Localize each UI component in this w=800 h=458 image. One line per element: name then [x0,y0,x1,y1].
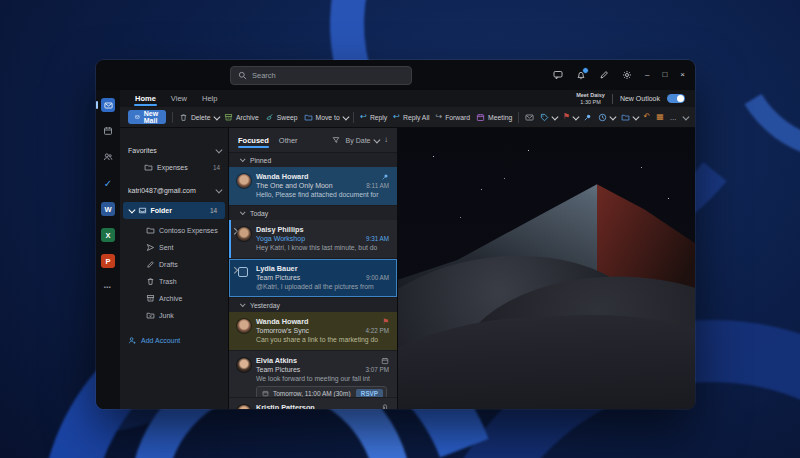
people-app-icon[interactable] [101,150,115,164]
email-checkbox[interactable] [238,267,248,277]
apps-grid-button[interactable]: ▦ [656,113,664,121]
snooze-button[interactable] [598,113,615,122]
reply-button[interactable]: ↩ Reply [360,113,387,121]
reply-all-icon: ↩ [393,113,400,121]
filter-icon[interactable] [332,136,340,144]
archive-icon [224,113,233,122]
tab-focused[interactable]: Focused [238,133,269,148]
folder-item-archive[interactable]: Archive [120,290,228,307]
send-icon [146,243,155,252]
meet-daisy-reminder[interactable]: Meet Daisy 1:30 PM [576,92,605,105]
feedback-icon[interactable] [553,70,563,80]
mail-app-icon[interactable] [101,98,115,112]
ribbon-tab-row: Home View Help Meet Daisy 1:30 PM New Ou… [120,90,695,107]
person-add-icon [128,336,137,345]
new-outlook-label: New Outlook [620,95,660,102]
inbox-icon [138,206,147,215]
meeting-button[interactable]: Meeting [476,113,512,122]
new-mail-button[interactable]: New Mail [128,110,166,124]
expand-chevron-icon[interactable] [231,228,237,234]
expand-chevron-icon[interactable] [231,267,237,273]
folder-item-trash[interactable]: Trash [120,273,228,290]
add-account-button[interactable]: Add Account [120,332,228,349]
todo-app-icon[interactable]: ✓ [101,176,115,190]
tab-home[interactable]: Home [134,92,157,105]
forward-button[interactable]: ↪ Forward [435,113,470,121]
trash-icon [146,277,155,286]
folder-icon [146,226,155,235]
sort-by-button[interactable]: By Date [346,137,378,144]
calendar-app-icon[interactable] [101,124,115,138]
email-row-daisy[interactable]: Daisy Phillips Yoga Workshop 9:31 AM Hey… [229,220,397,259]
whats-new-pen-icon[interactable] [599,70,609,80]
avatar [237,358,251,372]
search-input[interactable] [252,71,404,80]
tab-view[interactable]: View [170,92,188,105]
email-row-lydia[interactable]: Lydia Bauer Team Pictures 9:00 AM @Katri… [229,259,397,298]
word-app-icon[interactable]: W [101,202,115,216]
excel-app-icon[interactable]: X [101,228,115,242]
more-options-button[interactable]: … [670,114,677,121]
search-box[interactable] [230,66,412,85]
close-button[interactable]: × [680,71,685,79]
sweep-button[interactable]: Sweep [265,113,298,122]
junk-folder-icon [146,311,155,320]
desktop-wallpaper: – □ × ✓ W X P ⋯ [0,0,800,458]
new-outlook-toggle[interactable] [667,94,685,103]
delete-button[interactable]: Delete [179,113,218,122]
folder-item-expenses[interactable]: Expenses 14 [120,159,228,176]
undo-icon: ↶ [643,113,650,121]
chevron-down-icon [215,147,221,153]
rules-button[interactable] [621,113,638,122]
maximize-button[interactable]: □ [662,71,667,79]
powerpoint-app-icon[interactable]: P [101,254,115,268]
tag-icon [540,113,549,122]
folder-item-inbox[interactable]: Folder 14 [123,202,225,219]
envelope-open-icon [525,113,534,122]
forward-icon: ↪ [435,113,442,121]
email-row-wanda-flagged[interactable]: Wanda Howard ⚑ Tomorrow's Sync 4:22 PM C… [229,312,397,351]
calendar-icon [262,390,269,397]
favorites-header[interactable]: Favorites [120,142,228,159]
section-today[interactable]: Today [229,206,397,220]
reading-pane-photo[interactable] [398,128,695,409]
minimize-button[interactable]: – [645,71,649,79]
folder-item-junk[interactable]: Junk [120,307,228,324]
reply-all-button[interactable]: ↩ Reply All [393,113,429,121]
read-unread-button[interactable] [525,113,534,122]
email-row-elvia[interactable]: Elvia Atkins Team Pictures 3:07 PM We lo… [229,351,397,398]
folder-icon [304,113,313,122]
tab-other[interactable]: Other [279,133,298,148]
tab-help[interactable]: Help [201,92,218,105]
notifications-bell-icon[interactable] [576,70,586,80]
rsvp-button[interactable]: RSVP [356,389,383,398]
sort-direction-icon[interactable]: ↓ [384,136,388,144]
email-row-kristin[interactable]: Kristin Patterson [229,398,397,409]
folder-item-contoso-expenses[interactable]: Contoso Expenses [120,222,228,239]
move-to-button[interactable]: Move to [304,113,348,122]
section-yesterday[interactable]: Yesterday [229,298,397,312]
search-icon [238,71,247,80]
more-apps-icon[interactable]: ⋯ [101,280,115,294]
folder-pane: Favorites Expenses 14 katri0487@gmail.co… [120,128,228,409]
flag-button[interactable]: ⚑ [563,113,578,121]
chevron-down-icon [240,156,246,162]
meeting-chip[interactable]: Tomorrow, 11:00 AM (30m) RSVP [256,386,387,398]
envelope-icon [135,113,140,121]
flag-icon[interactable]: ⚑ [382,318,389,326]
ribbon-collapse-chevron[interactable] [683,115,688,120]
flag-icon: ⚑ [563,113,570,121]
folder-arrow-icon [621,113,630,122]
settings-gear-icon[interactable] [622,70,632,80]
archive-button[interactable]: Archive [224,113,259,122]
undo-button[interactable]: ↶ [643,113,650,121]
folder-item-drafts[interactable]: Drafts [120,256,228,273]
avatar [237,405,251,409]
section-pinned[interactable]: Pinned [229,153,397,167]
chevron-down-icon [240,301,246,307]
categorize-button[interactable] [540,113,557,122]
email-row-wanda-pinned[interactable]: Wanda Howard The One and Only Moon 8:11 … [229,167,397,206]
account-header[interactable]: katri0487@gmail.com [120,182,228,199]
folder-item-sent[interactable]: Sent [120,239,228,256]
pin-button[interactable] [583,113,592,122]
